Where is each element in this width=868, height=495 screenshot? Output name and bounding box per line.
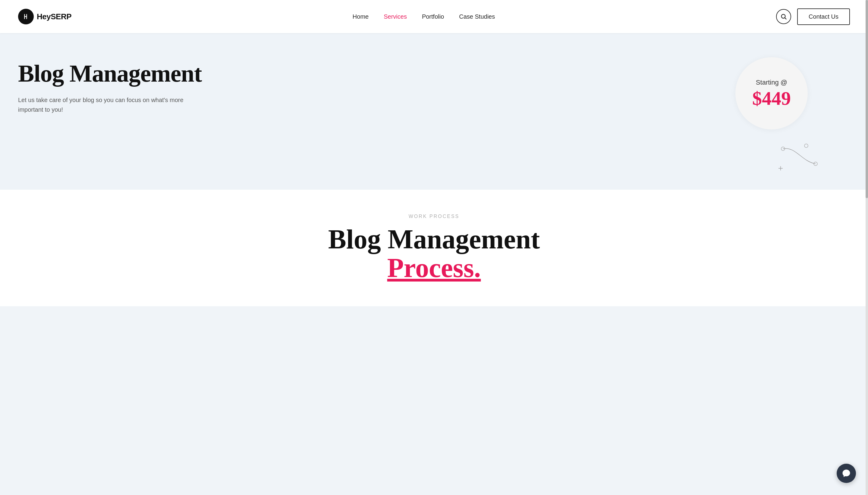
logo-icon: [18, 9, 34, 24]
section-title-line1: Blog Management: [18, 225, 850, 254]
svg-point-0: [782, 15, 785, 18]
price-value: $449: [752, 89, 791, 108]
decorative-bezier: [777, 143, 820, 172]
section-title-block: Blog Management Process.: [18, 225, 850, 282]
hero-section: Blog Management Let us take care of your…: [0, 33, 868, 190]
section-title-line2: Process.: [18, 254, 850, 283]
nav-link-home[interactable]: Home: [353, 13, 369, 20]
nav-item-case-studies[interactable]: Case Studies: [459, 13, 495, 20]
logo-text: HeySERP: [37, 12, 71, 21]
work-process-section: WORK PROCESS Blog Management Process.: [0, 190, 868, 306]
scrollbar-thumb[interactable]: [866, 0, 868, 198]
scrollbar-track[interactable]: [866, 0, 868, 306]
nav-item-portfolio[interactable]: Portfolio: [422, 13, 444, 20]
nav-item-services[interactable]: Services: [384, 13, 407, 20]
nav-link-portfolio[interactable]: Portfolio: [422, 13, 444, 20]
logo[interactable]: HeySERP: [18, 9, 71, 24]
hero-content: Blog Management Let us take care of your…: [18, 54, 202, 115]
navbar: HeySERP Home Services Portfolio Case Stu…: [0, 0, 868, 33]
contact-button[interactable]: Contact Us: [797, 8, 850, 25]
nav-link-services[interactable]: Services: [384, 13, 407, 20]
search-button[interactable]: [776, 9, 791, 24]
price-label: Starting @: [756, 79, 787, 86]
nav-link-case-studies[interactable]: Case Studies: [459, 13, 495, 20]
hero-subtitle: Let us take care of your blog so you can…: [18, 95, 193, 115]
svg-line-1: [785, 18, 786, 19]
nav-item-home[interactable]: Home: [353, 13, 369, 20]
section-eyebrow: WORK PROCESS: [18, 214, 850, 219]
price-bubble: Starting @ $449: [735, 57, 808, 130]
navbar-actions: Contact Us: [776, 8, 850, 25]
nav-menu: Home Services Portfolio Case Studies: [353, 13, 495, 20]
hero-title: Blog Management: [18, 60, 202, 87]
svg-point-3: [804, 144, 808, 148]
